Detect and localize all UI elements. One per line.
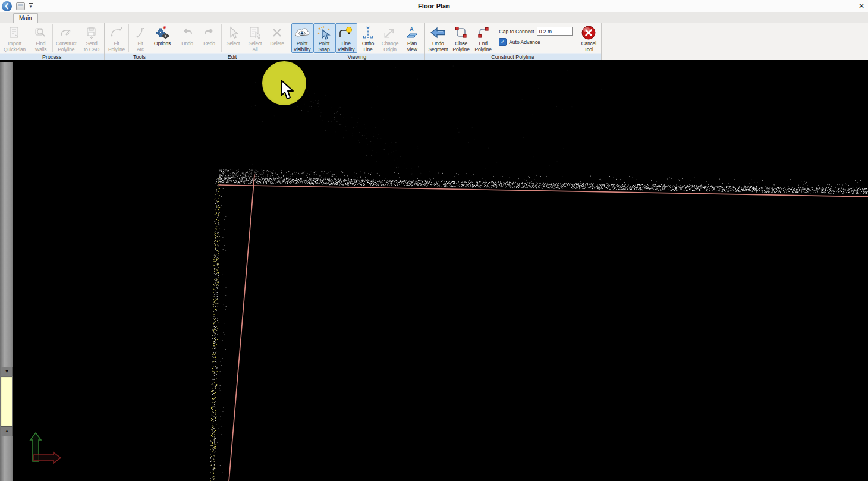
ribbon-button-label: Import QuickPlan — [4, 40, 26, 52]
select-icon — [226, 25, 240, 40]
options-button[interactable]: ✳Options — [152, 23, 174, 53]
ribbon-separator — [29, 24, 29, 52]
ribbon-button-label: Find Walls — [35, 40, 46, 52]
ribbon-button-label: End Polyline — [475, 40, 492, 52]
undo-segment-button[interactable]: Undo Segment — [426, 23, 451, 53]
construct-polyline-icon — [59, 25, 73, 40]
ribbon-button-label: Ortho Line — [362, 40, 374, 52]
ribbon-group-tools: Fit PolylineFit Arc✳OptionsTools — [105, 23, 175, 60]
plan-view-button[interactable]: APlan View — [401, 23, 423, 53]
axis-indicator-icon — [26, 432, 63, 466]
ribbon-button-label: Undo Segment — [429, 40, 448, 52]
ribbon-button-label: Fit Polyline — [108, 40, 125, 52]
ribbon-button-label: Point Visibility — [294, 40, 311, 52]
point-snap-button[interactable]: Point Snap — [313, 23, 335, 53]
cancel-tool-icon — [580, 25, 597, 40]
find-walls-button: Find Walls — [30, 23, 52, 53]
ribbon-button-label: Line Visibility — [338, 40, 355, 52]
ribbon-button-label: Close Polyline — [453, 40, 470, 52]
line-visibility-icon — [338, 25, 354, 40]
point-visibility-icon — [294, 25, 310, 40]
send-to-cad-button: Send to CAD — [81, 23, 103, 53]
ribbon-button-label: Cancel Tool — [581, 40, 596, 52]
select-all-icon — [248, 25, 262, 40]
import-quickplan-button: Import QuickPlan — [1, 23, 28, 53]
redo-button: Redo — [199, 23, 221, 53]
ribbon-button-label: Options — [154, 40, 171, 46]
undo-button: Undo — [177, 23, 199, 53]
ribbon-group-process: Import QuickPlanFind WallsConstruct Poly… — [0, 23, 105, 60]
import-quickplan-icon — [7, 25, 21, 40]
close-polyline-icon — [454, 25, 469, 40]
change-origin-icon — [382, 25, 398, 40]
ribbon-separator — [52, 24, 53, 52]
ribbon-button-label: Redo — [203, 40, 215, 46]
svg-text:✳: ✳ — [163, 26, 166, 30]
select-all-button: Select All — [244, 23, 266, 53]
line-visibility-button[interactable]: Line Visibility — [335, 23, 357, 53]
title-bar: ❮ ▾ Floor Plan ✕ — [0, 0, 868, 12]
ortho-line-icon — [361, 25, 375, 40]
close-icon[interactable]: ✕ — [858, 1, 864, 11]
ribbon-button-label: Construct Polyline — [56, 40, 77, 52]
fit-polyline-icon — [109, 25, 124, 40]
plan-view-icon: A — [404, 25, 420, 40]
fit-arc-icon — [133, 25, 147, 40]
ribbon-group-viewing: Point VisibilityPoint SnapLine Visibilit… — [290, 23, 425, 60]
point-visibility-button[interactable]: Point Visibility — [291, 23, 313, 53]
floor-plan-viewport[interactable]: ▼ ▲ — [0, 60, 868, 481]
construct-polyline-fields: Gap to Connect✓Auto Advance — [494, 23, 576, 53]
options-icon: ✳ — [155, 25, 170, 40]
ribbon: Import QuickPlanFind WallsConstruct Poly… — [0, 23, 868, 61]
ribbon-button-label: Plan View — [407, 40, 417, 52]
mouse-cursor-icon — [279, 80, 295, 101]
left-scrollbar[interactable]: ▼ ▲ — [0, 62, 13, 481]
ribbon-button-label: Fit Arc — [137, 40, 144, 52]
fit-arc-button: Fit Arc — [130, 23, 152, 53]
delete-button: Delete — [266, 23, 288, 53]
ribbon-button-label: Delete — [270, 40, 284, 46]
ribbon-button-label: Select — [227, 40, 240, 46]
gap-to-connect-input[interactable] — [537, 27, 573, 36]
ribbon-group-construct-polyline: Undo SegmentClose PolylineEnd PolylineGa… — [425, 23, 602, 60]
find-walls-icon — [33, 25, 48, 40]
send-to-cad-icon — [84, 25, 99, 40]
end-polyline-button[interactable]: End Polyline — [472, 23, 494, 53]
ribbon-group-edit: UndoRedoSelectSelect AllDeleteEdit — [175, 23, 290, 60]
point-snap-icon — [316, 25, 332, 40]
cancel-tool-button[interactable]: Cancel Tool — [578, 23, 600, 53]
select-button: Select — [222, 23, 244, 53]
window-title: Floor Plan — [0, 2, 868, 10]
close-polyline-button[interactable]: Close Polyline — [450, 23, 472, 53]
ribbon-button-label: Select All — [249, 40, 262, 52]
point-cloud-canvas[interactable] — [0, 62, 868, 481]
ribbon-button-label: Point Snap — [319, 40, 330, 52]
scrollbar-thumb[interactable] — [1, 376, 13, 427]
ribbon-button-label: Change Origin — [382, 40, 399, 52]
construct-polyline-button: Construct Polyline — [54, 23, 79, 53]
delete-icon — [270, 25, 284, 40]
svg-text:A: A — [410, 26, 414, 32]
redo-icon — [202, 25, 216, 40]
floor-plan-window: ❮ ▾ Floor Plan ✕ Main Import QuickPlanFi… — [0, 0, 868, 481]
end-polyline-icon — [476, 25, 491, 40]
undo-icon — [180, 25, 194, 40]
ribbon-button-label: Undo — [181, 40, 193, 46]
auto-advance-checkbox[interactable]: ✓ — [499, 38, 507, 46]
ribbon-separator — [221, 24, 222, 52]
tab-main[interactable]: Main — [13, 13, 38, 23]
ribbon-button-label: Send to CAD — [84, 40, 99, 52]
ribbon-tab-strip: Main — [0, 12, 868, 23]
auto-advance-label: Auto Advance — [509, 39, 540, 45]
fit-polyline-button: Fit Polyline — [106, 23, 128, 53]
ortho-line-button[interactable]: Ortho Line — [357, 23, 379, 53]
scrollbar-up-button[interactable]: ▲ — [1, 426, 13, 436]
ribbon-separator — [80, 24, 80, 52]
gap-to-connect-label: Gap to Connect — [499, 29, 534, 34]
ribbon-separator — [577, 24, 577, 52]
scrollbar-down-button[interactable]: ▼ — [1, 367, 13, 377]
change-origin-button: Change Origin — [379, 23, 401, 53]
ribbon-separator — [128, 24, 129, 52]
undo-segment-icon — [429, 25, 447, 40]
